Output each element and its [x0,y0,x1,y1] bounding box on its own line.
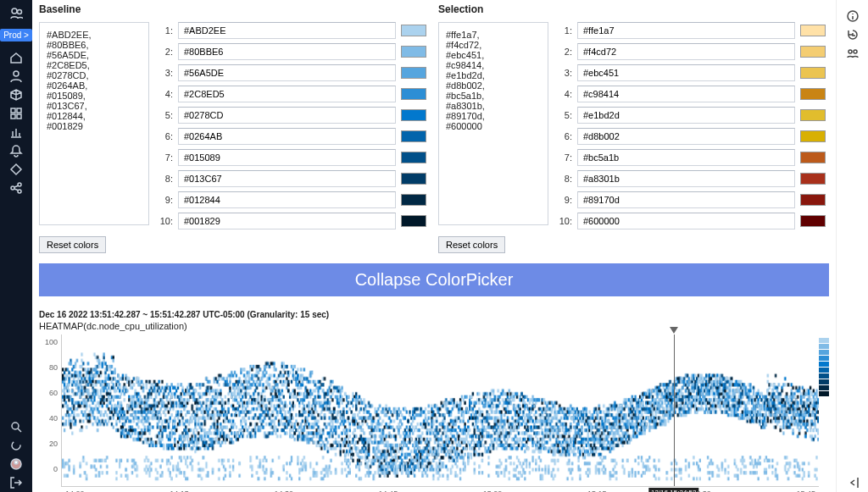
selection-color-swatch-3[interactable] [800,67,826,79]
baseline-color-row: 7: [158,149,430,166]
baseline-column: Baseline #ABD2EE, #80BBE6, #56A5DE, #2C8… [39,0,430,253]
selection-title: Selection [438,3,829,15]
env-badge[interactable]: Prod > [0,29,32,41]
baseline-color-row: 6: [158,128,430,145]
color-row-index: 6: [158,131,173,141]
baseline-color-swatch-8[interactable] [401,173,426,185]
baseline-color-input-7[interactable] [178,149,396,166]
svg-rect-3 [11,108,15,113]
selection-color-input-4[interactable] [577,86,795,102]
baseline-color-row: 5: [158,107,430,124]
selection-color-swatch-5[interactable] [800,109,826,121]
baseline-color-row: 2: [158,43,430,60]
chart-cursor[interactable] [674,334,675,486]
selection-color-swatch-2[interactable] [800,46,826,58]
baseline-color-input-5[interactable] [178,107,396,124]
reset-colors-selection-button[interactable]: Reset colors [438,236,505,253]
bell-icon[interactable] [7,141,25,160]
selection-color-swatch-6[interactable] [800,130,826,142]
baseline-color-swatch-4[interactable] [401,88,426,100]
collapse-right-icon[interactable] [843,473,862,492]
logout-icon[interactable] [7,473,25,492]
baseline-color-swatch-10[interactable] [401,215,426,227]
baseline-title: Baseline [39,3,430,15]
baseline-color-input-1[interactable] [178,22,396,39]
baseline-color-input-8[interactable] [178,170,396,187]
baseline-color-row: 1: [158,22,430,39]
baseline-color-swatch-6[interactable] [401,130,426,142]
baseline-color-input-6[interactable] [178,128,396,145]
time-range-label: Dec 16 2022 13:51:42.287 ~ 15:51:42.287 … [39,310,829,319]
color-row-index: 2: [557,47,572,57]
color-row-index: 5: [158,110,173,120]
selection-color-row: 3: [557,64,829,81]
left-sidebar: Prod > [0,0,32,492]
baseline-color-swatch-2[interactable] [401,46,426,58]
selection-text-list[interactable]: #ffe1a7, #f4cd72, #ebc451, #c98414, #e1b… [438,22,548,225]
selection-color-row: 8: [557,170,829,187]
reset-colors-baseline-button[interactable]: Reset colors [39,236,106,253]
user-icon[interactable] [7,67,25,86]
svg-point-1 [18,10,22,14]
selection-color-input-5[interactable] [577,107,795,124]
baseline-color-swatch-7[interactable] [401,152,426,163]
right-sidebar [836,0,868,492]
baseline-color-input-2[interactable] [178,43,396,60]
selection-color-input-2[interactable] [577,43,795,60]
selection-color-swatch-4[interactable] [800,88,826,100]
history-icon[interactable] [843,25,862,44]
share-icon[interactable] [7,179,25,197]
svg-rect-5 [11,114,15,119]
chart-icon[interactable] [7,123,25,141]
selection-color-swatch-9[interactable] [800,194,826,206]
selection-color-swatch-10[interactable] [800,215,826,227]
color-row-index: 6: [557,131,572,141]
selection-color-input-9[interactable] [577,191,795,208]
svg-point-10 [12,423,19,429]
spinner-icon[interactable] [7,436,25,455]
chart-title: HEATMAP(dc.node_cpu_utilization) [39,321,829,331]
svg-point-11 [12,441,20,450]
baseline-color-input-4[interactable] [178,86,396,102]
search-icon[interactable] [7,417,25,436]
diamond-icon[interactable] [7,160,25,179]
team-icon[interactable] [7,3,25,22]
baseline-color-swatch-3[interactable] [401,67,426,79]
color-row-index: 4: [557,89,572,99]
selection-color-input-7[interactable] [577,149,795,166]
color-row-index: 9: [557,195,572,205]
info-icon[interactable] [843,7,862,25]
baseline-color-input-9[interactable] [178,191,396,208]
cursor-handle-icon[interactable] [669,326,679,334]
color-row-index: 7: [557,152,572,163]
baseline-color-swatch-1[interactable] [401,25,426,36]
selection-color-input-10[interactable] [577,213,795,229]
selection-color-input-3[interactable] [577,64,795,81]
selection-color-swatch-1[interactable] [800,25,826,36]
color-row-index: 3: [158,68,173,78]
selection-color-row: 1: [557,22,829,39]
baseline-text-list[interactable]: #ABD2EE, #80BBE6, #56A5DE, #2C8ED5, #027… [39,22,149,225]
baseline-color-input-3[interactable] [178,64,396,81]
baseline-color-input-10[interactable] [178,213,396,229]
selection-color-input-8[interactable] [577,170,795,187]
selection-color-swatch-8[interactable] [800,173,826,185]
selection-color-input-6[interactable] [577,128,795,145]
selection-color-swatch-7[interactable] [800,152,826,163]
main-pane: Baseline #ABD2EE, #80BBE6, #56A5DE, #2C8… [32,0,836,492]
heatmap-chart[interactable]: 100806040200 12/16 15:24:52 14:0014:1514… [39,334,829,487]
users-icon[interactable] [843,44,862,63]
collapse-colorpicker-button[interactable]: Collapse ColorPicker [39,263,829,296]
avatar-icon[interactable] [7,455,25,473]
home-icon[interactable] [7,48,25,67]
color-row-index: 8: [557,174,572,184]
selection-color-input-1[interactable] [577,22,795,39]
color-row-index: 8: [158,174,173,184]
baseline-color-row: 9: [158,191,430,208]
cube-icon[interactable] [7,86,25,104]
baseline-color-swatch-9[interactable] [401,194,426,206]
grid-icon[interactable] [7,104,25,123]
baseline-color-swatch-5[interactable] [401,109,426,121]
svg-rect-6 [17,114,21,119]
color-row-index: 10: [557,216,572,226]
